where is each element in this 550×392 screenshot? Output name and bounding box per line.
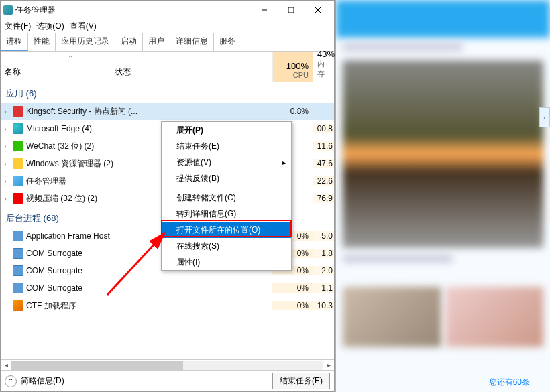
bgwin-card — [445, 287, 544, 347]
bgwin-collapse-button[interactable]: ‹ — [539, 107, 550, 127]
cm-feedback[interactable]: 提供反馈(B) — [162, 170, 291, 186]
tab-services[interactable]: 服务 — [214, 33, 241, 51]
cm-resource-values[interactable]: 资源值(V)▸ — [162, 154, 291, 170]
cm-create-dump[interactable]: 创建转储文件(C) — [162, 190, 291, 206]
app-icon — [13, 158, 23, 169]
app-icon — [13, 106, 23, 117]
tab-processes[interactable]: 进程 — [1, 33, 28, 51]
background-window: ‹ 您还有60条 — [335, 0, 550, 392]
bgwin-text — [343, 255, 453, 263]
tab-users[interactable]: 用户 — [143, 33, 170, 51]
menu-options[interactable]: 选项(O) — [36, 21, 64, 32]
menu-view[interactable]: 查看(V) — [70, 21, 97, 32]
cm-open-file-location[interactable]: 打开文件所在的位置(O) — [162, 222, 291, 238]
mem-percent: 43% — [317, 49, 335, 59]
menubar: 文件(F) 选项(O) 查看(V) — [1, 19, 334, 33]
maximize-button[interactable] — [278, 1, 305, 19]
minimize-button[interactable] — [251, 1, 278, 19]
expand-chevron-icon[interactable]: › — [1, 125, 10, 133]
end-task-button[interactable]: 结束任务(E) — [272, 373, 330, 389]
tab-performance[interactable]: 性能 — [28, 33, 56, 51]
tab-app-history[interactable]: 应用历史记录 — [56, 33, 115, 51]
col-name[interactable]: 名称 — [5, 66, 21, 78]
sort-chevron-icon: ⌃ — [68, 54, 73, 62]
app-icon — [13, 231, 23, 241]
process-mem: 11.6 — [313, 141, 334, 151]
collapse-chevron-icon[interactable]: ⌃ — [5, 375, 17, 387]
bgwin-text — [343, 43, 463, 51]
expand-chevron-icon[interactable]: › — [1, 178, 10, 185]
process-cpu: 0.8% — [272, 107, 313, 116]
horizontal-scrollbar[interactable]: ◂ ▸ — [1, 359, 334, 370]
cm-properties[interactable]: 属性(I) — [162, 254, 291, 270]
app-icon — [13, 265, 23, 276]
process-row[interactable]: › Kingsoft Security - 热点新闻 (... 0.8% — [1, 103, 334, 120]
expand-chevron-icon[interactable]: › — [1, 195, 10, 202]
app-icon — [13, 123, 23, 134]
cm-end-task[interactable]: 结束任务(E) — [162, 138, 291, 154]
process-mem: 00.8 — [313, 124, 334, 133]
process-cpu: 0% — [272, 301, 313, 310]
bgwin-card — [343, 287, 441, 347]
scroll-right-icon[interactable]: ▸ — [323, 361, 334, 369]
column-headers: ⌃ 名称 状态 100% CPU 43% 内存 — [1, 52, 334, 82]
window-title: 任务管理器 — [15, 5, 56, 16]
process-cpu: 0% — [272, 283, 313, 293]
mem-label: 内存 — [317, 59, 330, 79]
bgwin-remaining-label[interactable]: 您还有60条 — [489, 377, 530, 388]
process-mem: 47.6 — [313, 159, 334, 168]
process-mem: 22.6 — [313, 176, 334, 186]
cm-search-online[interactable]: 在线搜索(S) — [162, 238, 291, 254]
bgwin-titlebar — [336, 0, 550, 38]
cm-goto-details[interactable]: 转到详细信息(G) — [162, 206, 291, 222]
menu-file[interactable]: 文件(F) — [5, 21, 31, 32]
footer: ⌃ 简略信息(D) 结束任务(E) — [1, 370, 334, 391]
col-cpu[interactable]: 100% CPU — [272, 52, 313, 82]
app-icon — [13, 193, 23, 204]
process-name: COM Surrogate — [26, 283, 272, 293]
app-icon — [13, 283, 23, 293]
process-mem: 2.0 — [313, 266, 334, 275]
submenu-arrow-icon: ▸ — [282, 159, 286, 166]
scroll-track[interactable] — [11, 361, 323, 370]
tab-details[interactable]: 详细信息 — [170, 33, 214, 51]
close-button[interactable] — [305, 1, 331, 19]
scroll-left-icon[interactable]: ◂ — [1, 361, 11, 369]
expand-chevron-icon[interactable]: › — [1, 108, 10, 115]
app-icon — [13, 141, 23, 151]
titlebar: 任务管理器 — [1, 1, 334, 19]
cm-expand[interactable]: 展开(P) — [162, 122, 291, 138]
context-menu: 展开(P) 结束任务(E) 资源值(V)▸ 提供反馈(B) 创建转储文件(C) … — [161, 121, 292, 271]
tabstrip: 进程 性能 应用历史记录 启动 用户 详细信息 服务 — [1, 33, 334, 52]
cm-separator — [164, 188, 288, 188]
svg-rect-1 — [288, 7, 294, 13]
process-row[interactable]: CTF 加载程序 0% 10.3 — [1, 297, 334, 314]
process-mem: 10.3 — [313, 301, 334, 310]
cpu-label: CPU — [293, 71, 309, 79]
col-status[interactable]: 状态 — [115, 66, 131, 78]
col-memory[interactable]: 43% 内存 — [313, 52, 334, 82]
expand-chevron-icon[interactable]: › — [1, 160, 10, 168]
process-row[interactable]: COM Surrogate 0% 1.1 — [1, 279, 334, 297]
process-mem: 5.0 — [313, 231, 334, 241]
fewer-details-link[interactable]: 简略信息(D) — [21, 375, 64, 387]
scroll-thumb[interactable] — [11, 361, 183, 370]
group-apps-title: 应用 (6) — [1, 82, 334, 103]
app-icon — [13, 176, 23, 186]
process-mem: 1.8 — [313, 249, 334, 258]
cpu-percent: 100% — [286, 61, 309, 71]
app-icon — [13, 248, 23, 259]
tab-startup[interactable]: 启动 — [115, 33, 143, 51]
process-mem: 76.9 — [313, 194, 334, 203]
process-name: Kingsoft Security - 热点新闻 (... — [26, 106, 272, 117]
expand-chevron-icon[interactable]: › — [1, 143, 10, 150]
bgwin-hero-image — [343, 60, 543, 248]
process-mem: 1.1 — [313, 283, 334, 293]
app-icon — [3, 5, 13, 15]
process-name: CTF 加载程序 — [26, 300, 272, 312]
app-icon — [13, 300, 23, 311]
